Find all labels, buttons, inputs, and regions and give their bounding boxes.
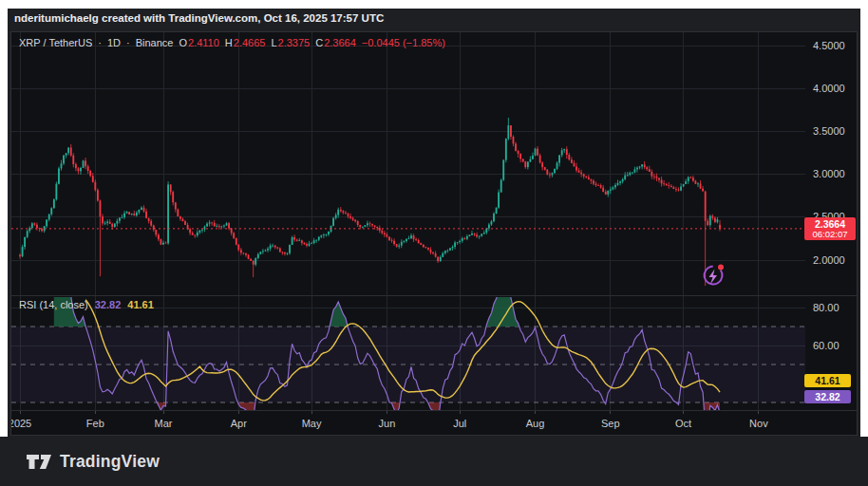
- svg-text:2025: 2025: [11, 418, 31, 429]
- ohlc-low: L2.3375: [271, 37, 310, 48]
- svg-text:Sep: Sep: [601, 418, 620, 429]
- flash-event-icon[interactable]: [701, 263, 726, 288]
- chart-panel: nderitumichaelg created with TradingView…: [8, 9, 860, 437]
- symbol-legend[interactable]: XRP / TetherUS · 1D · Binance O2.4110 H2…: [19, 37, 445, 48]
- time-axis[interactable]: 2025FebMarAprMayJunJulAugSepOctNov: [11, 418, 768, 429]
- svg-text:4.0000: 4.0000: [813, 83, 845, 94]
- candlestick-series: [19, 118, 721, 286]
- chart-canvas[interactable]: 4.50004.00003.50003.00002.50002.000080.0…: [11, 32, 857, 435]
- legend-separator: ·: [98, 37, 102, 48]
- svg-text:Aug: Aug: [526, 418, 545, 429]
- svg-text:3.5000: 3.5000: [813, 125, 845, 137]
- exchange-label: Binance: [136, 37, 174, 48]
- svg-text:Nov: Nov: [749, 418, 768, 429]
- rsi-title: RSI (14, close): [19, 299, 88, 310]
- svg-text:Jul: Jul: [453, 418, 466, 429]
- svg-text:80.00: 80.00: [813, 302, 840, 313]
- change-value: −0.0445 (−1.85%): [362, 37, 445, 48]
- interval-label: 1D: [107, 37, 121, 48]
- svg-text:Oct: Oct: [675, 418, 691, 429]
- price-axis[interactable]: 4.50004.00003.50003.00002.50002.000080.0…: [813, 40, 845, 351]
- ohlc-high: H2.4665: [225, 37, 266, 48]
- svg-text:Jun: Jun: [379, 418, 396, 429]
- bar-countdown: 06:02:07: [813, 230, 848, 239]
- tradingview-logo-icon[interactable]: [26, 450, 51, 473]
- last-price-badge: 2.3664 06:02:07: [804, 217, 856, 240]
- chart-card: 4.50004.00003.50003.00002.50002.000080.0…: [10, 31, 858, 436]
- screenshot-root: nderitumichaelg created with TradingView…: [0, 0, 868, 486]
- svg-text:3.0000: 3.0000: [813, 168, 845, 179]
- symbol-name: XRP / TetherUS: [19, 37, 92, 48]
- svg-text:May: May: [302, 418, 322, 429]
- last-price-value: 2.3664: [815, 219, 845, 230]
- ohlc-open: O2.4110: [179, 37, 218, 48]
- rsi-current-value: 32.82: [95, 299, 122, 310]
- rsi-value-badge: 32.82: [804, 390, 851, 403]
- svg-text:Apr: Apr: [231, 418, 247, 429]
- legend-separator: ·: [126, 37, 130, 48]
- svg-text:4.5000: 4.5000: [813, 40, 845, 51]
- svg-text:2.0000: 2.0000: [813, 254, 845, 266]
- svg-text:Feb: Feb: [86, 418, 104, 429]
- rsi-ma-badge: 41.61: [804, 374, 851, 387]
- footer-bar: TradingView: [0, 437, 868, 486]
- rsi-legend[interactable]: RSI (14, close) 32.82 41.61: [19, 299, 154, 310]
- rsi-ma-value: 41.61: [127, 299, 154, 310]
- svg-text:Mar: Mar: [155, 418, 173, 429]
- tradingview-wordmark[interactable]: TradingView: [60, 452, 160, 472]
- attribution-text: nderitumichaelg created with TradingView…: [14, 12, 384, 24]
- svg-text:60.00: 60.00: [813, 340, 840, 351]
- ohlc-close: C2.3664: [315, 37, 356, 48]
